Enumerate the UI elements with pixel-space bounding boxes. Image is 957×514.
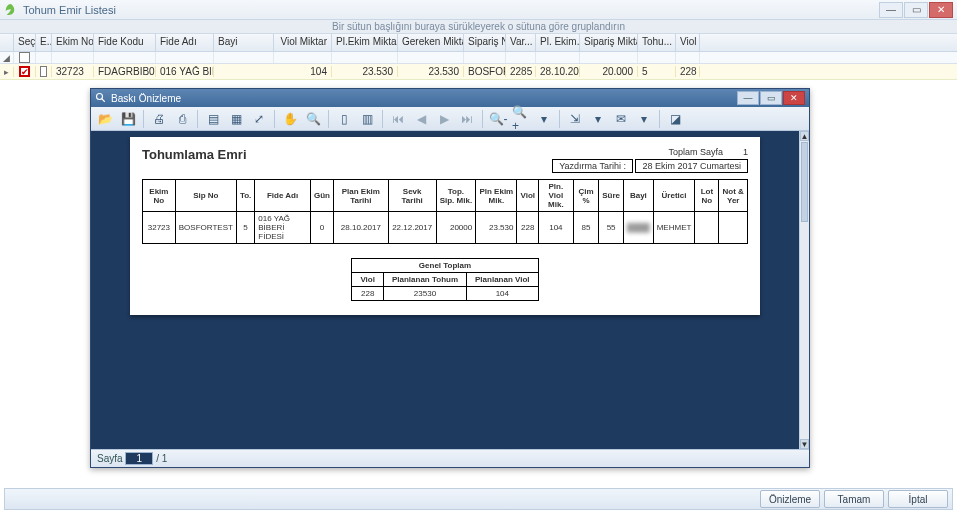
col-siparis-no[interactable]: Sipariş No [464,34,506,51]
next-page-icon[interactable]: ▶ [434,109,454,129]
save-icon[interactable]: 💾 [118,109,138,129]
page-input[interactable] [125,452,153,465]
col-pl-ekim-miktari[interactable]: Pl.Ekim Miktarı [332,34,398,51]
rc-ekim-no: 32723 [143,212,176,244]
row-checkbox[interactable]: ✔ [19,66,30,77]
scale-icon[interactable]: ⤢ [249,109,269,129]
scroll-down-icon[interactable]: ▼ [800,439,809,449]
col-var[interactable]: Var... [506,34,536,51]
col-ekim-no[interactable]: Ekim No [52,34,94,51]
cell-siparis-no: BOSFORTEST [464,66,506,77]
rh-not-yer: Not & Yer [719,180,748,212]
cell-fide-adi: 016 YAĞ BİBERİ Fİ... [156,66,214,77]
app-icon [4,3,18,17]
col-viol-miktar[interactable]: Viol Miktar [274,34,332,51]
col-e[interactable]: E... [36,34,52,51]
rc-cim-pct: 85 [573,212,599,244]
rc-sure: 55 [599,212,624,244]
ok-button[interactable]: Tamam [824,490,884,508]
col-fide-adi[interactable]: Fide Adı [156,34,214,51]
summary-title: Genel Toplam [352,259,538,273]
header-footer-icon[interactable]: ▦ [226,109,246,129]
report-data-row: 32723 BOSFORTEST 5 016 YAĞ BİBERİ FİDESİ… [143,212,748,244]
row-checkbox-2[interactable] [40,66,47,77]
main-titlebar: Tohum Emir Listesi — ▭ ✕ [0,0,957,20]
col-sec[interactable]: Seç [14,34,36,51]
summary-v2: 23530 [383,287,466,301]
col-siparis-miktari[interactable]: Sipariş Miktarı [580,34,638,51]
zoom-in-icon[interactable]: 🔍+ [511,109,531,129]
prev-page-icon[interactable]: ◀ [411,109,431,129]
svg-point-0 [97,94,103,100]
rh-pln-ekim-mik: Pln Ekim Mik. [476,180,517,212]
cell-ekim-no: 32723 [52,66,94,77]
preview-titlebar[interactable]: Baskı Önizleme — ▭ ✕ [91,89,809,107]
print-date: 28 Ekim 2017 Cumartesi [635,159,748,173]
close-button[interactable]: ✕ [929,2,953,18]
preview-maximize-button[interactable]: ▭ [760,91,782,105]
rc-plan-ekim-tarihi: 28.10.2017 [333,212,388,244]
preview-button[interactable]: Önizleme [760,490,820,508]
rc-uretici: MEHMET [653,212,695,244]
col-bayi[interactable]: Bayi [214,34,274,51]
rc-viol: 228 [517,212,539,244]
export-icon[interactable]: ⇲ [565,109,585,129]
row-indicator: ▸ [0,67,14,77]
multi-page-icon[interactable]: ▥ [357,109,377,129]
cell-siparis-miktari: 20.000 [580,66,638,77]
summary-v3: 104 [467,287,539,301]
scroll-up-icon[interactable]: ▲ [800,131,809,141]
col-pl-ekim[interactable]: Pl. Ekim... [536,34,580,51]
email-dropdown-icon[interactable]: ▾ [634,109,654,129]
hand-tool-icon[interactable]: ✋ [280,109,300,129]
rc-bayi: ████ [624,212,654,244]
cancel-button[interactable]: İptal [888,490,948,508]
rh-uretici: Üretici [653,180,695,212]
cell-fide-kodu: FDAGRBIB0001 [94,66,156,77]
col-viol2[interactable]: Viol [676,34,700,51]
preview-icon [95,92,107,104]
watermark-icon[interactable]: ◪ [665,109,685,129]
rh-to: To. [236,180,254,212]
total-pages-label: Toplam Sayfa [668,147,723,157]
zoom-dropdown-icon[interactable]: ▾ [534,109,554,129]
grid-filter-row[interactable]: ◢ [0,52,957,64]
col-fide-kodu[interactable]: Fide Kodu [94,34,156,51]
print-icon[interactable]: 🖨 [149,109,169,129]
report-title: Tohumlama Emri [142,147,247,162]
preview-minimize-button[interactable]: — [737,91,759,105]
preview-title: Baskı Önizleme [111,93,737,104]
preview-scrollbar[interactable]: ▲ ▼ [799,131,809,449]
minimize-button[interactable]: — [879,2,903,18]
maximize-button[interactable]: ▭ [904,2,928,18]
open-icon[interactable]: 📂 [95,109,115,129]
magnifier-icon[interactable]: 🔍 [303,109,323,129]
rc-gun: 0 [310,212,333,244]
cell-tohu: 5 [638,66,676,77]
rc-top-sip-mik: 20000 [436,212,476,244]
col-gereken-miktar[interactable]: Gereken Miktar [398,34,464,51]
quick-print-icon[interactable]: ⎙ [172,109,192,129]
grid-data-row[interactable]: ▸ ✔ 32723 FDAGRBIB0001 016 YAĞ BİBERİ Fİ… [0,64,957,80]
rh-sip-no: Sip No [175,180,236,212]
summary-h1: Viol [352,273,384,287]
scroll-thumb[interactable] [801,142,808,222]
rh-top-sip-mik: Top. Sip. Mik. [436,180,476,212]
summary-h3: Planlanan Viol [467,273,539,287]
export-dropdown-icon[interactable]: ▾ [588,109,608,129]
email-icon[interactable]: ✉ [611,109,631,129]
first-page-icon[interactable]: ⏮ [388,109,408,129]
rh-cim-pct: Çim % [573,180,599,212]
col-tohu[interactable]: Tohu... [638,34,676,51]
cell-gereken-miktar: 23.530 [398,66,464,77]
zoom-out-icon[interactable]: 🔍- [488,109,508,129]
one-page-icon[interactable]: ▯ [334,109,354,129]
grid-header: Seç E... Ekim No Fide Kodu Fide Adı Bayi… [0,34,957,52]
page-setup-icon[interactable]: ▤ [203,109,223,129]
preview-close-button[interactable]: ✕ [783,91,805,105]
filter-checkbox[interactable] [19,52,30,63]
cell-var: 2285 [506,66,536,77]
summary-table: Genel Toplam Viol Planlanan Tohum Planla… [351,258,538,301]
rh-pln-viol-mik: Pln. Viol Mik. [539,180,574,212]
last-page-icon[interactable]: ⏭ [457,109,477,129]
